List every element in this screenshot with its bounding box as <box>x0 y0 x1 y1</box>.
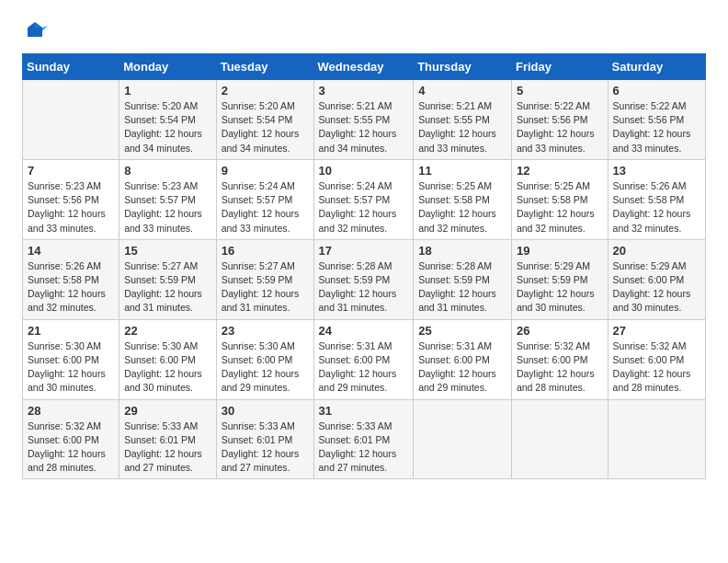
day-cell: 6Sunrise: 5:22 AM Sunset: 5:56 PM Daylig… <box>608 80 705 160</box>
day-cell: 13Sunrise: 5:26 AM Sunset: 5:58 PM Dayli… <box>608 159 705 239</box>
day-cell: 11Sunrise: 5:25 AM Sunset: 5:58 PM Dayli… <box>414 159 512 239</box>
day-info: Sunrise: 5:23 AM Sunset: 5:57 PM Dayligh… <box>124 179 210 236</box>
day-number: 21 <box>28 324 114 338</box>
header-friday: Friday <box>511 54 608 80</box>
day-info: Sunrise: 5:26 AM Sunset: 5:58 PM Dayligh… <box>28 259 114 316</box>
day-info: Sunrise: 5:32 AM Sunset: 6:00 PM Dayligh… <box>613 339 700 396</box>
day-number: 2 <box>222 84 309 98</box>
day-number: 13 <box>613 164 700 178</box>
week-row-2: 7Sunrise: 5:23 AM Sunset: 5:56 PM Daylig… <box>23 159 706 239</box>
day-cell <box>511 399 608 479</box>
day-number: 23 <box>222 324 309 338</box>
week-row-4: 21Sunrise: 5:30 AM Sunset: 6:00 PM Dayli… <box>23 319 706 399</box>
day-cell <box>23 80 119 160</box>
day-cell: 1Sunrise: 5:20 AM Sunset: 5:54 PM Daylig… <box>119 80 216 160</box>
day-number: 27 <box>613 324 700 338</box>
day-number: 15 <box>124 244 210 258</box>
day-info: Sunrise: 5:33 AM Sunset: 6:01 PM Dayligh… <box>124 419 210 476</box>
day-number: 7 <box>28 164 114 178</box>
day-info: Sunrise: 5:22 AM Sunset: 5:56 PM Dayligh… <box>517 99 603 155</box>
day-number: 10 <box>319 164 409 178</box>
day-cell: 21Sunrise: 5:30 AM Sunset: 6:00 PM Dayli… <box>23 319 119 399</box>
day-info: Sunrise: 5:28 AM Sunset: 5:59 PM Dayligh… <box>418 259 506 316</box>
day-number: 4 <box>418 84 506 98</box>
day-info: Sunrise: 5:20 AM Sunset: 5:54 PM Dayligh… <box>124 99 210 155</box>
day-number: 17 <box>319 244 409 258</box>
day-cell <box>414 399 512 479</box>
week-row-1: 1Sunrise: 5:20 AM Sunset: 5:54 PM Daylig… <box>23 80 706 160</box>
day-number: 5 <box>517 84 603 98</box>
day-cell: 27Sunrise: 5:32 AM Sunset: 6:00 PM Dayli… <box>608 319 705 399</box>
day-info: Sunrise: 5:24 AM Sunset: 5:57 PM Dayligh… <box>222 179 309 236</box>
day-cell: 5Sunrise: 5:22 AM Sunset: 5:56 PM Daylig… <box>511 80 608 160</box>
day-number: 14 <box>28 244 114 258</box>
day-info: Sunrise: 5:30 AM Sunset: 6:00 PM Dayligh… <box>28 339 114 396</box>
day-info: Sunrise: 5:33 AM Sunset: 6:01 PM Dayligh… <box>222 419 309 476</box>
day-cell <box>608 399 705 479</box>
day-number: 24 <box>319 324 409 338</box>
header-wednesday: Wednesday <box>313 54 414 80</box>
day-cell: 31Sunrise: 5:33 AM Sunset: 6:01 PM Dayli… <box>313 399 414 479</box>
day-number: 30 <box>222 404 309 418</box>
day-info: Sunrise: 5:28 AM Sunset: 5:59 PM Dayligh… <box>319 259 409 316</box>
day-info: Sunrise: 5:21 AM Sunset: 5:55 PM Dayligh… <box>319 99 409 155</box>
page-header <box>22 18 706 44</box>
day-info: Sunrise: 5:31 AM Sunset: 6:00 PM Dayligh… <box>418 339 506 396</box>
day-info: Sunrise: 5:30 AM Sunset: 6:00 PM Dayligh… <box>222 339 309 396</box>
day-info: Sunrise: 5:24 AM Sunset: 5:57 PM Dayligh… <box>319 179 409 236</box>
day-info: Sunrise: 5:29 AM Sunset: 6:00 PM Dayligh… <box>613 259 700 316</box>
day-info: Sunrise: 5:26 AM Sunset: 5:58 PM Dayligh… <box>613 179 700 236</box>
day-info: Sunrise: 5:25 AM Sunset: 5:58 PM Dayligh… <box>517 179 603 236</box>
day-number: 18 <box>418 244 506 258</box>
day-number: 3 <box>319 84 409 98</box>
logo-icon <box>22 18 48 44</box>
day-cell: 8Sunrise: 5:23 AM Sunset: 5:57 PM Daylig… <box>119 159 216 239</box>
day-number: 1 <box>124 84 210 98</box>
day-cell: 9Sunrise: 5:24 AM Sunset: 5:57 PM Daylig… <box>216 159 313 239</box>
day-cell: 19Sunrise: 5:29 AM Sunset: 5:59 PM Dayli… <box>511 239 608 319</box>
day-cell: 26Sunrise: 5:32 AM Sunset: 6:00 PM Dayli… <box>511 319 608 399</box>
day-number: 6 <box>613 84 700 98</box>
day-number: 25 <box>418 324 506 338</box>
day-cell: 16Sunrise: 5:27 AM Sunset: 5:59 PM Dayli… <box>216 239 313 319</box>
header-monday: Monday <box>119 54 216 80</box>
calendar-table: SundayMondayTuesdayWednesdayThursdayFrid… <box>22 53 706 479</box>
day-info: Sunrise: 5:27 AM Sunset: 5:59 PM Dayligh… <box>222 259 309 316</box>
header-saturday: Saturday <box>608 54 705 80</box>
day-cell: 30Sunrise: 5:33 AM Sunset: 6:01 PM Dayli… <box>216 399 313 479</box>
day-number: 29 <box>124 404 210 418</box>
day-number: 9 <box>222 164 309 178</box>
day-cell: 18Sunrise: 5:28 AM Sunset: 5:59 PM Dayli… <box>414 239 512 319</box>
day-cell: 17Sunrise: 5:28 AM Sunset: 5:59 PM Dayli… <box>313 239 414 319</box>
day-cell: 28Sunrise: 5:32 AM Sunset: 6:00 PM Dayli… <box>23 399 119 479</box>
day-number: 16 <box>222 244 309 258</box>
day-info: Sunrise: 5:32 AM Sunset: 6:00 PM Dayligh… <box>517 339 603 396</box>
day-cell: 2Sunrise: 5:20 AM Sunset: 5:54 PM Daylig… <box>216 80 313 160</box>
day-cell: 14Sunrise: 5:26 AM Sunset: 5:58 PM Dayli… <box>23 239 119 319</box>
day-cell: 12Sunrise: 5:25 AM Sunset: 5:58 PM Dayli… <box>511 159 608 239</box>
header-tuesday: Tuesday <box>216 54 313 80</box>
day-cell: 25Sunrise: 5:31 AM Sunset: 6:00 PM Dayli… <box>414 319 512 399</box>
header-sunday: Sunday <box>23 54 119 80</box>
day-number: 20 <box>613 244 700 258</box>
day-cell: 3Sunrise: 5:21 AM Sunset: 5:55 PM Daylig… <box>313 80 414 160</box>
day-number: 19 <box>517 244 603 258</box>
day-number: 28 <box>28 404 114 418</box>
day-info: Sunrise: 5:23 AM Sunset: 5:56 PM Dayligh… <box>28 179 114 236</box>
day-number: 11 <box>418 164 506 178</box>
day-info: Sunrise: 5:21 AM Sunset: 5:55 PM Dayligh… <box>418 99 506 155</box>
day-number: 31 <box>319 404 409 418</box>
header-thursday: Thursday <box>414 54 512 80</box>
day-info: Sunrise: 5:20 AM Sunset: 5:54 PM Dayligh… <box>222 99 309 155</box>
day-cell: 10Sunrise: 5:24 AM Sunset: 5:57 PM Dayli… <box>313 159 414 239</box>
day-info: Sunrise: 5:30 AM Sunset: 6:00 PM Dayligh… <box>124 339 210 396</box>
day-cell: 23Sunrise: 5:30 AM Sunset: 6:00 PM Dayli… <box>216 319 313 399</box>
logo <box>22 18 51 44</box>
day-info: Sunrise: 5:31 AM Sunset: 6:00 PM Dayligh… <box>319 339 409 396</box>
day-cell: 15Sunrise: 5:27 AM Sunset: 5:59 PM Dayli… <box>119 239 216 319</box>
day-info: Sunrise: 5:29 AM Sunset: 5:59 PM Dayligh… <box>517 259 603 316</box>
header-row: SundayMondayTuesdayWednesdayThursdayFrid… <box>23 54 706 80</box>
day-cell: 20Sunrise: 5:29 AM Sunset: 6:00 PM Dayli… <box>608 239 705 319</box>
day-info: Sunrise: 5:32 AM Sunset: 6:00 PM Dayligh… <box>28 419 114 476</box>
day-cell: 22Sunrise: 5:30 AM Sunset: 6:00 PM Dayli… <box>119 319 216 399</box>
